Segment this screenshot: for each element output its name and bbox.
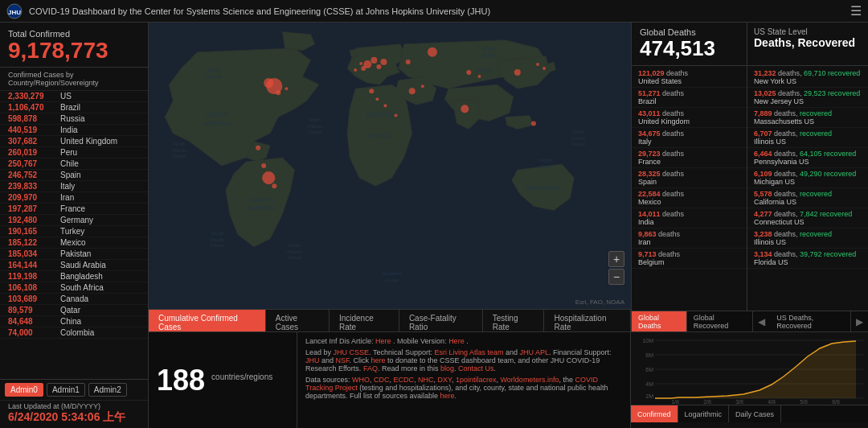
country-list-item[interactable]: 239,833Italy xyxy=(0,181,148,192)
zoom-in-button[interactable]: + xyxy=(608,251,624,267)
country-list-item[interactable]: 192,480Germany xyxy=(0,215,148,226)
right-tabs: Global DeathsGlobal Recovered◀US Deaths,… xyxy=(632,311,868,331)
country-count: 190,165 xyxy=(8,227,60,236)
country-list-item[interactable]: 209,970Iran xyxy=(0,192,148,204)
country-list-item[interactable]: 119,198Bangladesh xyxy=(0,271,148,282)
svg-text:North: North xyxy=(572,130,584,134)
us-death-item[interactable]: 31,232 deaths, 69,710 recoveredNew York … xyxy=(747,68,868,88)
country-list-item[interactable]: 307,682United Kingdom xyxy=(0,136,148,147)
svg-point-41 xyxy=(376,64,381,69)
us-death-item[interactable]: 6,707 deaths, recoveredIllinois US xyxy=(747,128,868,148)
country-list-item[interactable]: 440,519India xyxy=(0,125,148,136)
map-tab[interactable]: Testing Rate xyxy=(483,310,545,331)
admin-tab[interactable]: Admin1 xyxy=(47,383,85,397)
contact-link[interactable]: Contact Us xyxy=(458,364,494,372)
right-tab[interactable]: Global Recovered xyxy=(687,311,753,331)
right-tab-arrow-right[interactable]: ▶ xyxy=(851,314,868,330)
country-list-item[interactable]: 197,287France xyxy=(0,204,148,215)
country-list-item[interactable]: 260,019Peru xyxy=(0,147,148,158)
global-death-item[interactable]: 43,011 deathsUnited Kingdom xyxy=(632,108,747,128)
bottom-center-section: Lancet Inf Dis Article: Here . Mobile Ve… xyxy=(297,332,631,428)
mobile-link[interactable]: Here xyxy=(448,337,465,345)
admin-tab[interactable]: Admin2 xyxy=(88,383,127,397)
country-list-item[interactable]: 74,000Colombia xyxy=(0,327,148,339)
jhu-apl-link[interactable]: JHU APL xyxy=(520,348,550,356)
dxy-link[interactable]: DXY xyxy=(438,376,452,384)
country-list-item[interactable]: 246,752Spain xyxy=(0,170,148,181)
global-death-item[interactable]: 34,675 deathsItaly xyxy=(632,128,747,148)
country-list-item[interactable]: 106,108South Africa xyxy=(0,282,148,294)
faq-link[interactable]: FAQ xyxy=(363,364,378,372)
country-list-item[interactable]: 2,330,279US xyxy=(0,91,148,102)
nsf-link[interactable]: NSF xyxy=(336,356,350,364)
country-list-item[interactable]: 185,122Mexico xyxy=(0,237,148,249)
admin-tabs: Admin0Admin1Admin2 xyxy=(0,379,148,400)
us-death-item[interactable]: 3,134 deaths, 39,792 recoveredFlorida US xyxy=(747,249,868,269)
menu-icon[interactable]: ☰ xyxy=(850,3,862,19)
map-tab[interactable]: Incidence Rate xyxy=(330,310,399,331)
country-name: Italy xyxy=(60,182,75,191)
country-list-item[interactable]: 185,034Pakistan xyxy=(0,249,148,260)
ecdc-link[interactable]: ECDC xyxy=(394,376,415,384)
country-list-item[interactable]: 190,165Turkey xyxy=(0,226,148,237)
country-count: 74,000 xyxy=(8,328,60,337)
us-death-item[interactable]: 5,578 deaths, recoveredCalifornia US xyxy=(747,188,868,208)
global-death-item[interactable]: 9,863 deathsIran xyxy=(632,228,747,249)
svg-text:6M: 6M xyxy=(645,367,653,372)
chart-tab[interactable]: Logarithmic xyxy=(678,405,730,422)
country-count: 106,108 xyxy=(8,283,60,292)
global-death-item[interactable]: 28,325 deathsSpain xyxy=(632,168,747,188)
country-name: Bangladesh xyxy=(60,272,103,281)
global-death-item[interactable]: 22,584 deathsMexico xyxy=(632,188,747,208)
country-list-item[interactable]: 1,106,470Brazil xyxy=(0,102,148,113)
map-container[interactable]: Arctic Ocean Arctic Ocean NORTH AMERICA … xyxy=(149,23,631,309)
admin-tab[interactable]: Admin0 xyxy=(5,383,43,397)
us-death-item[interactable]: 3,238 deaths, recoveredIllinois US xyxy=(747,228,868,249)
country-name: Peru xyxy=(60,148,77,157)
svg-text:3/8: 3/8 xyxy=(735,399,743,405)
chart-tab[interactable]: Daily Cases xyxy=(729,405,781,422)
right-tab[interactable]: Global Deaths xyxy=(632,311,687,331)
sources-link[interactable]: here xyxy=(440,392,455,400)
country-list-item[interactable]: 89,579Qatar xyxy=(0,305,148,316)
jhu-csse-link[interactable]: JHU CSSE xyxy=(334,348,370,356)
us-death-item[interactable]: 7,889 deaths, recoveredMassachusetts US xyxy=(747,108,868,128)
country-list-item[interactable]: 250,767Chile xyxy=(0,158,148,170)
svg-point-40 xyxy=(380,59,387,65)
country-list-item[interactable]: 84,648China xyxy=(0,316,148,327)
country-list-item[interactable]: 598,878Russia xyxy=(0,113,148,125)
global-death-item[interactable]: 9,713 deathsBelgium xyxy=(632,249,747,269)
svg-text:10M: 10M xyxy=(642,338,653,344)
us-deaths-tab[interactable]: US Deaths, Recovered xyxy=(770,311,851,331)
us-death-item[interactable]: 4,277 deaths, 7,842 recoveredConnecticut… xyxy=(747,208,868,228)
global-death-item[interactable]: 121,029 deathsUnited States xyxy=(632,68,747,88)
map-tab[interactable]: Cumulative Confirmed Cases xyxy=(149,310,266,331)
nhc-link[interactable]: NHC xyxy=(418,376,434,384)
svg-point-45 xyxy=(409,88,416,94)
country-list-item[interactable]: 103,689Canada xyxy=(0,294,148,305)
right-tab-arrow-left[interactable]: ◀ xyxy=(753,314,770,330)
us-death-item[interactable]: 6,464 deaths, 64,105 recoveredPennsylvan… xyxy=(747,148,868,168)
map-tab[interactable]: Active Cases xyxy=(266,310,330,331)
country-list-item[interactable]: 164,144Saudi Arabia xyxy=(0,260,148,271)
blog-link[interactable]: blog xyxy=(440,364,454,372)
worldometers-link[interactable]: Worldometers.info xyxy=(501,376,559,384)
zoom-out-button[interactable]: − xyxy=(608,269,624,285)
1point-link[interactable]: 1pointilacrex xyxy=(456,376,497,384)
chart-tab[interactable]: Confirmed xyxy=(631,405,678,422)
lancet-link[interactable]: Here xyxy=(375,337,391,345)
global-death-item[interactable]: 29,723 deathsFrance xyxy=(632,148,747,168)
donate-link[interactable]: here xyxy=(371,356,386,364)
cdc-link[interactable]: CDC xyxy=(374,376,390,384)
svg-point-50 xyxy=(406,60,411,64)
who-link[interactable]: WHO xyxy=(352,376,370,384)
us-death-item[interactable]: 13,025 deaths, 29,523 recoveredNew Jerse… xyxy=(747,88,868,108)
map-tab[interactable]: Hospitalization Rate xyxy=(544,310,631,331)
esri-link[interactable]: Esri Living Atlas team xyxy=(434,348,503,356)
jhu-link[interactable]: JHU xyxy=(305,356,320,364)
map-tab[interactable]: Case-Fatality Ratio xyxy=(399,310,483,331)
us-death-item[interactable]: 6,109 deaths, 49,290 recoveredMichigan U… xyxy=(747,168,868,188)
country-name: Iran xyxy=(60,193,74,202)
global-death-item[interactable]: 14,011 deathsIndia xyxy=(632,208,747,228)
global-death-item[interactable]: 51,271 deathsBrazil xyxy=(632,88,747,108)
